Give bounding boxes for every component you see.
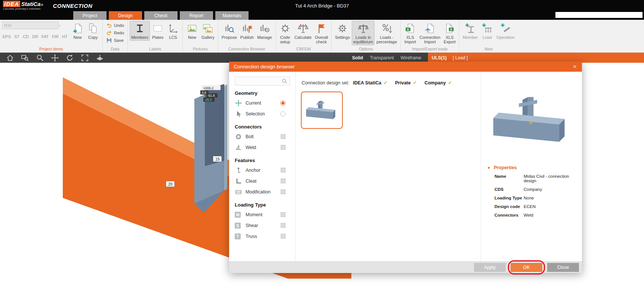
- zoom-window-button[interactable]: [19, 54, 31, 62]
- check-icon[interactable]: ✓: [383, 80, 388, 86]
- home-view-button[interactable]: [4, 54, 16, 62]
- filter-modification[interactable]: Modification: [235, 186, 295, 197]
- code-toggle-dr[interactable]: DR: [32, 34, 38, 39]
- equilibrium-scale-icon: [358, 23, 369, 34]
- cleat-checkbox[interactable]: [281, 179, 286, 183]
- tab-check[interactable]: Check: [144, 11, 178, 20]
- overall-check-button[interactable]: Overall check: [314, 21, 330, 45]
- code-toggle-st[interactable]: ST: [14, 34, 19, 39]
- set-company[interactable]: Company: [425, 80, 446, 86]
- check-icon[interactable]: ✓: [413, 80, 417, 86]
- code-toggle-eps[interactable]: EPS: [3, 34, 11, 39]
- tab-project[interactable]: Project: [73, 11, 107, 20]
- current-radio[interactable]: [280, 100, 286, 106]
- features-heading: Features: [235, 158, 295, 163]
- truss-checkbox[interactable]: [281, 234, 286, 239]
- connectors-heading: Connectors: [235, 124, 295, 130]
- picture-new-button[interactable]: New: [185, 21, 200, 41]
- filter-shear[interactable]: S Shear: [235, 220, 295, 231]
- load-effect-label[interactable]: [ Load ]: [453, 55, 468, 61]
- new-load-button[interactable]: Load: [480, 21, 494, 41]
- tab-report[interactable]: Report: [180, 11, 213, 20]
- set-private[interactable]: Private: [395, 80, 411, 86]
- labels-members-toggle[interactable]: Members: [130, 21, 150, 41]
- new-operation-button[interactable]: Operation: [495, 21, 516, 41]
- anchor-checkbox[interactable]: [281, 168, 286, 173]
- filter-weld[interactable]: Weld: [235, 142, 295, 153]
- check-icon[interactable]: ✓: [448, 80, 452, 86]
- moment-checkbox[interactable]: [281, 212, 286, 217]
- rotate-view-button[interactable]: [64, 54, 76, 62]
- xls-import-button[interactable]: X XLS Import: [403, 21, 417, 45]
- filter-cleat[interactable]: Cleat: [235, 176, 295, 186]
- selection-radio[interactable]: [280, 111, 286, 117]
- close-icon[interactable]: ×: [572, 63, 577, 71]
- code-toggle-fir[interactable]: FIR: [52, 34, 59, 39]
- render-mode-solid[interactable]: Solid: [352, 55, 363, 61]
- loads-in-equilibrium-toggle[interactable]: Loads in equilibrium: [352, 21, 375, 45]
- filter-moment[interactable]: M Moment: [235, 209, 295, 220]
- publish-button[interactable]: Publish: [239, 21, 255, 41]
- member-label-15[interactable]: 15: [215, 157, 220, 161]
- ribbon-group-data: Undo Redo Save Data: [103, 20, 128, 52]
- xls-export-button[interactable]: X XLS Export: [442, 21, 457, 45]
- weld-checkbox[interactable]: [281, 145, 286, 150]
- new-member-button[interactable]: Member: [461, 21, 479, 41]
- load-case-selector[interactable]: ULS(1): [432, 55, 447, 61]
- filter-geometry-selection[interactable]: Selection: [235, 108, 295, 119]
- labels-lcs-toggle[interactable]: LCS: [166, 21, 181, 41]
- search-input[interactable]: [237, 78, 282, 84]
- render-mode-transparent[interactable]: Transparent: [370, 55, 394, 61]
- render-mode-wireframe[interactable]: Wireframe: [401, 55, 421, 61]
- clipping-plane-button[interactable]: [93, 54, 106, 62]
- collapse-triangle-icon[interactable]: ▼: [487, 166, 491, 170]
- loads-percentage-toggle[interactable]: Loads - percentage: [375, 21, 398, 45]
- tab-materials[interactable]: Materials: [215, 11, 249, 20]
- dialog-header[interactable]: Connection design browser ×: [229, 62, 582, 72]
- calculate-button[interactable]: Calculate: [293, 21, 313, 41]
- current-geometry-icon: [235, 99, 242, 107]
- copy-item-button[interactable]: Copy: [86, 21, 101, 41]
- manage-button[interactable]: Manage: [256, 21, 274, 41]
- filter-bolt[interactable]: Bolt: [235, 131, 295, 142]
- filter-geometry-current[interactable]: Current: [235, 97, 295, 108]
- connection-design-thumbnail-selected[interactable]: [301, 91, 343, 129]
- connection-import-button[interactable]: Connection Import: [418, 21, 442, 45]
- labels-plates-toggle[interactable]: Plates: [150, 21, 165, 41]
- project-item-input[interactable]: [2, 23, 59, 28]
- logo-statica: StatiCa: [21, 1, 41, 7]
- zoom-fit-button[interactable]: [78, 54, 91, 62]
- modification-checkbox[interactable]: [281, 189, 286, 194]
- close-button[interactable]: Close: [547, 263, 579, 272]
- set-idea-statica[interactable]: IDEA StatiCa: [353, 80, 381, 86]
- save-button[interactable]: Save: [105, 37, 126, 44]
- new-item-button[interactable]: New: [70, 21, 85, 41]
- code-setup-button[interactable]: Code setup: [278, 21, 293, 45]
- apply-button[interactable]: Apply: [474, 263, 506, 272]
- code-toggle-fat[interactable]: FAT: [41, 34, 49, 39]
- new-member-icon: [465, 23, 476, 34]
- pan-button[interactable]: [49, 54, 61, 62]
- pan-icon: [51, 54, 59, 62]
- picture-gallery-button[interactable]: Gallery: [200, 21, 216, 41]
- undo-button[interactable]: Undo: [105, 22, 126, 29]
- titlebar-quick-field[interactable]: [555, 12, 643, 18]
- bolt-checkbox[interactable]: [281, 134, 286, 139]
- filter-truss[interactable]: T Truss: [235, 231, 295, 242]
- search-box[interactable]: [235, 77, 290, 86]
- ribbon-group-import-export: X XLS Import Connection Import X XLS Exp…: [401, 20, 459, 52]
- shear-checkbox[interactable]: [281, 223, 286, 228]
- settings-button[interactable]: Settings: [333, 21, 351, 41]
- member-label-20[interactable]: 20: [168, 182, 173, 186]
- zoom-button[interactable]: [34, 54, 46, 62]
- weld-icon: [235, 144, 242, 151]
- ok-button[interactable]: OK: [511, 263, 542, 272]
- project-item-selector[interactable]: ›: [2, 22, 59, 29]
- design-preview-panel: ▼ Properties Name Midas Civil - connecti…: [481, 72, 582, 261]
- redo-button[interactable]: Redo: [105, 30, 126, 36]
- code-toggle-ht[interactable]: HT: [62, 34, 68, 39]
- code-toggle-cd[interactable]: CD: [23, 34, 29, 39]
- filter-anchor[interactable]: Anchor: [235, 165, 295, 176]
- tab-design[interactable]: Design: [109, 11, 142, 20]
- propose-button[interactable]: Propose: [220, 21, 238, 41]
